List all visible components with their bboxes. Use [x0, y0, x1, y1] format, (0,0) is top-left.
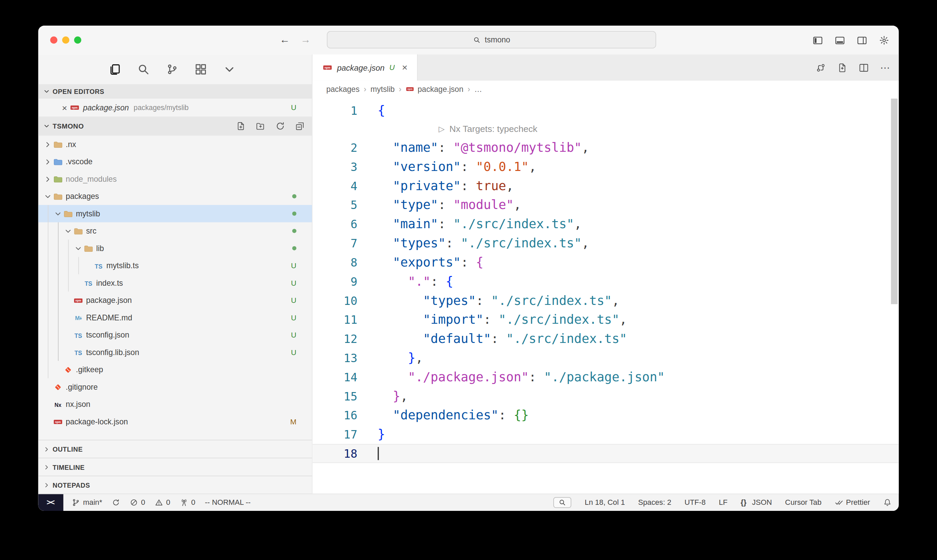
token: "./src/index.ts" — [506, 331, 627, 346]
collapse-all-icon[interactable] — [295, 121, 305, 131]
status-right: Ln 18, Col 1Spaces: 2UTF-8LF{}JSONCursor… — [554, 494, 899, 511]
compare-changes-icon[interactable] — [816, 63, 826, 73]
tree-item-packages[interactable]: packages — [38, 188, 312, 205]
chevron-down-icon[interactable] — [43, 191, 52, 201]
split-editor-icon[interactable] — [859, 63, 869, 73]
chevron-right-icon[interactable] — [43, 174, 52, 184]
section-header-notepads[interactable]: NOTEPADS — [38, 475, 312, 493]
status-sync[interactable] — [112, 498, 120, 507]
code-line: 1{ — [313, 101, 899, 120]
forward-button[interactable]: → — [300, 34, 311, 46]
svg-text:TS: TS — [74, 332, 82, 339]
more-actions-icon[interactable]: ⋯ — [880, 63, 890, 73]
line-content: "name": "@tsmono/mytslib", — [357, 138, 589, 157]
status-errors[interactable]: 0 — [129, 498, 145, 507]
status-encoding[interactable]: UTF-8 — [685, 498, 706, 507]
extensions-icon[interactable] — [195, 63, 207, 75]
breadcrumb-item[interactable]: npmpackage.json — [406, 85, 463, 94]
scrollbar[interactable] — [891, 98, 898, 304]
status-vim-mode[interactable]: -- NORMAL -- — [205, 498, 251, 507]
back-button[interactable]: ← — [280, 34, 290, 46]
breadcrumb-item[interactable]: … — [474, 85, 482, 94]
code-line: 15 }, — [313, 387, 899, 406]
section-header-outline[interactable]: OUTLINE — [38, 440, 312, 458]
tab-package-json[interactable]: npm package.json U × — [313, 54, 418, 81]
status-language-mode[interactable]: {}JSON — [741, 498, 772, 507]
tree-item-label: tsconfig.json — [86, 331, 129, 340]
source-control-icon[interactable] — [166, 63, 178, 75]
tree-item-label: .gitkeep — [76, 365, 103, 374]
tree-item-.gitkeep[interactable]: .gitkeep — [38, 361, 312, 378]
minimize-window-button[interactable] — [62, 36, 69, 43]
breadcrumb-item[interactable]: packages — [326, 85, 360, 94]
status-indentation[interactable]: Spaces: 2 — [638, 498, 671, 507]
indent-guide — [68, 240, 69, 291]
close-icon[interactable]: × — [60, 102, 69, 112]
open-changes-icon[interactable] — [837, 63, 847, 73]
line-content: "main": "./src/index.ts", — [357, 214, 582, 234]
layout-sidebar-left-icon[interactable] — [813, 35, 823, 45]
layout-panel-bottom-icon[interactable] — [835, 35, 845, 45]
tree-item-node_modules[interactable]: node_modules — [38, 170, 312, 188]
tree-item-mytslib[interactable]: mytslib — [38, 205, 312, 222]
tree-item-nx.json[interactable]: Nxnx.json — [38, 395, 312, 412]
new-folder-icon[interactable] — [256, 121, 265, 131]
tree-item-.nx[interactable]: .nx — [38, 135, 312, 153]
open-editors-header[interactable]: OPEN EDITORS — [38, 84, 312, 98]
tree-item-index.ts[interactable]: TSindex.tsU — [38, 274, 312, 291]
tree-item-README.md[interactable]: MREADME.mdU — [38, 309, 312, 326]
status-warnings[interactable]: 0 — [155, 498, 170, 507]
tree-item-mytslib.ts[interactable]: TSmytslib.tsU — [38, 257, 312, 274]
git-status-badge: U — [291, 296, 297, 305]
new-file-icon[interactable] — [236, 121, 245, 131]
open-editor-item[interactable]: ×npmpackage.jsonpackages/mytslibU — [38, 98, 312, 117]
tree-item-label: README.md — [86, 313, 132, 322]
close-window-button[interactable] — [50, 36, 57, 43]
warning-icon — [155, 498, 163, 507]
zoom-window-button[interactable] — [74, 36, 81, 43]
command-center-search[interactable]: tsmono — [327, 31, 656, 48]
tree-item-package-lock.json[interactable]: npmpackage-lock.jsonM — [38, 413, 312, 430]
tree-item-tsconfig.lib.json[interactable]: TStsconfig.lib.jsonU — [38, 344, 312, 361]
status-notifications[interactable] — [883, 498, 892, 507]
settings-gear-icon[interactable] — [879, 35, 889, 45]
tree-item-tsconfig.json[interactable]: TStsconfig.jsonU — [38, 326, 312, 343]
chevron-down-icon[interactable] — [73, 244, 83, 253]
status-label: JSON — [752, 498, 772, 507]
status-cursor-position[interactable]: Ln 18, Col 1 — [585, 498, 625, 507]
status-formatter[interactable]: Prettier — [835, 498, 870, 507]
more-views-icon[interactable] — [223, 63, 235, 75]
close-tab-icon[interactable]: × — [402, 62, 408, 73]
explorer-icon[interactable] — [109, 63, 121, 75]
chevron-right-icon[interactable] — [43, 140, 52, 149]
line-content: "types": "./src/index.ts", — [357, 234, 589, 253]
status-zoom-indicator[interactable] — [554, 497, 571, 508]
chevron-right-icon[interactable] — [43, 157, 52, 166]
status-remote-indicator[interactable]: >< — [38, 494, 64, 511]
code-editor[interactable]: 1{▷Nx Targets: typecheck2 "name": "@tsmo… — [313, 97, 899, 493]
explorer-header[interactable]: TSMONO — [38, 117, 312, 135]
tree-item-.gitignore[interactable]: .gitignore — [38, 378, 312, 395]
chevron-down-icon[interactable] — [53, 209, 63, 218]
chevron-down-icon[interactable] — [63, 226, 73, 235]
branch-icon — [72, 498, 80, 507]
status-branch[interactable]: main* — [72, 498, 102, 507]
status-eol[interactable]: LF — [719, 498, 728, 507]
codelens[interactable]: ▷Nx Targets: typecheck — [357, 120, 537, 138]
tree-item-package.json[interactable]: npmpackage.jsonU — [38, 291, 312, 309]
tree-item-.vscode[interactable]: .vscode — [38, 153, 312, 170]
status-ports[interactable]: 0 — [180, 498, 195, 507]
refresh-icon[interactable] — [275, 121, 285, 131]
search-icon[interactable] — [137, 63, 149, 75]
tree-item-src[interactable]: src — [38, 222, 312, 239]
code-line: 12 "default": "./src/index.ts" — [313, 329, 899, 348]
section-header-timeline[interactable]: TIMELINE — [38, 458, 312, 475]
tree-item-lib[interactable]: lib — [38, 240, 312, 257]
tree-item-label: src — [86, 226, 97, 235]
status-cursor-tab[interactable]: Cursor Tab — [785, 498, 822, 507]
token: "./src/index.ts" — [491, 294, 612, 308]
token — [378, 255, 393, 269]
workbench: OPEN EDITORS ×npmpackage.jsonpackages/my… — [38, 54, 899, 494]
layout-sidebar-right-icon[interactable] — [857, 35, 867, 45]
breadcrumb-item[interactable]: mytslib — [371, 85, 395, 94]
